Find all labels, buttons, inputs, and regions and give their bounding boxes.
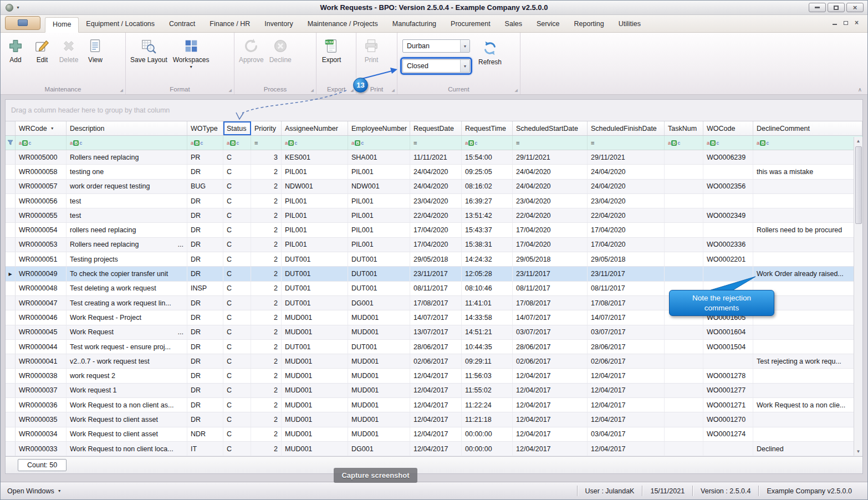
minimize-button[interactable] — [809, 3, 826, 12]
dialog-launcher-icon[interactable]: ◢ — [229, 88, 232, 92]
filter-cell-requestdate[interactable]: = — [410, 136, 462, 150]
column-header-wrcode[interactable]: WRCode▼ — [16, 121, 67, 135]
dialog-launcher-icon[interactable]: ◢ — [515, 88, 518, 92]
capture-screenshot-button[interactable]: Capture screenshot — [334, 468, 417, 483]
dialog-launcher-icon[interactable]: ◢ — [392, 88, 395, 92]
column-header-requesttime[interactable]: RequestTime — [462, 121, 513, 135]
table-row[interactable]: WR0000056testDRC2PIL001PIL00123/04/20201… — [6, 194, 862, 208]
filter-cell-assigneenumber[interactable]: aBc — [282, 136, 348, 150]
dialog-launcher-icon[interactable]: ◢ — [351, 88, 354, 92]
cell-wotype: DR — [187, 369, 223, 382]
filter-cell-wocode[interactable]: aBc — [703, 136, 753, 150]
export-button[interactable]: XLSX Export — [318, 34, 345, 64]
tab-manufacturing[interactable]: Manufacturing — [385, 17, 443, 32]
close-button[interactable]: × — [846, 3, 864, 12]
table-row[interactable]: WR0000036Work Request to a non client as… — [6, 398, 862, 412]
dialog-launcher-icon[interactable]: ◢ — [311, 88, 314, 92]
table-row[interactable]: WR0000038work request 2DRC2MUD001MUD0011… — [6, 369, 862, 383]
table-row[interactable]: WR0000058testing oneDRC2PIL001PIL00124/0… — [6, 165, 862, 179]
column-header-scheduledfinishdate[interactable]: ScheduledFinishDate — [588, 121, 665, 135]
table-row[interactable]: WR0000034Work Request to client assetNDR… — [6, 427, 862, 442]
group-by-bar[interactable]: Drag a column header here to group by th… — [6, 100, 862, 121]
tab-home[interactable]: Home — [45, 17, 79, 33]
workspaces-dropdown-icon[interactable]: ▼ — [189, 65, 193, 69]
table-row[interactable]: WR0000045Work Request...DRC2MUD001MUD001… — [6, 325, 862, 340]
tab-contract[interactable]: Contract — [162, 17, 202, 32]
filter-cell-tasknum[interactable]: aBc — [665, 136, 703, 150]
tab-procurement[interactable]: Procurement — [443, 17, 498, 32]
tab-service[interactable]: Service — [529, 17, 567, 32]
combo-arrow-icon[interactable]: ▼ — [460, 40, 469, 52]
maximize-button[interactable] — [828, 3, 845, 12]
filter-cell-requesttime[interactable]: aBc — [462, 136, 513, 150]
dialog-launcher-icon[interactable]: ◢ — [120, 88, 123, 92]
add-button[interactable]: Add — [2, 34, 29, 64]
table-row[interactable]: ▶WR0000049To check the copier transfer u… — [6, 267, 862, 281]
tab-utilities[interactable]: Utilities — [611, 17, 648, 32]
table-row[interactable]: WR0000037Work request 1DRC2MUD001MUD0011… — [6, 384, 862, 398]
table-row[interactable]: WR0000053Rollers need replacing...DRC2PI… — [6, 238, 862, 252]
refresh-button[interactable]: Refresh — [476, 37, 504, 66]
row-indicator-cell — [6, 354, 16, 368]
tab-maintenance-projects[interactable]: Maintenance / Projects — [300, 17, 385, 32]
table-row[interactable]: WR0000055testDRC2PIL001PIL00122/04/20201… — [6, 208, 862, 223]
tab-sales[interactable]: Sales — [498, 17, 529, 32]
column-header-assigneenumber[interactable]: AssigneeNumber — [282, 121, 348, 135]
tab-inventory[interactable]: Inventory — [257, 17, 300, 32]
table-row[interactable]: WR0000035Work Request to client assetDRC… — [6, 412, 862, 427]
scroll-up-icon[interactable]: ▲ — [856, 137, 861, 145]
table-row[interactable]: WR0000033Work Request to non client loca… — [6, 442, 862, 456]
tab-finance-hr[interactable]: Finance / HR — [202, 17, 257, 32]
table-row[interactable]: WR0005000Rollers need replacingPRC3KES00… — [6, 150, 862, 165]
quick-access-caret-icon[interactable]: ▼ — [16, 6, 20, 9]
app-icon[interactable] — [6, 4, 13, 12]
column-header-wotype[interactable]: WOType — [187, 121, 223, 135]
column-header-status[interactable]: Status — [223, 121, 251, 135]
application-menu-button[interactable] — [5, 16, 40, 30]
filter-cell-priority[interactable]: = — [251, 136, 282, 150]
cell-tasknum — [665, 384, 703, 397]
filter-cell-scheduledstartdate[interactable]: = — [513, 136, 588, 150]
filter-cell-scheduledfinishdate[interactable]: = — [588, 136, 665, 150]
table-row[interactable]: WR0000054rollers need replacingDRC2PIL00… — [6, 223, 862, 237]
edit-button[interactable]: Edit — [29, 34, 55, 64]
filter-cell-description[interactable]: aBc — [67, 136, 187, 150]
row-indicator-cell — [6, 427, 16, 441]
open-windows-button[interactable]: Open Windows ▼ — [1, 487, 577, 495]
table-row[interactable]: WR0000041v2..0.7 - work request testDRC2… — [6, 354, 862, 369]
view-button[interactable]: View — [82, 34, 109, 64]
save-layout-button[interactable]: Save Layout — [127, 34, 170, 64]
filter-cell-declinecomment[interactable]: aBc — [753, 136, 862, 150]
column-header-wocode[interactable]: WOCode — [703, 121, 753, 135]
vertical-scrollbar[interactable]: ▲ ▼ — [854, 137, 862, 456]
collapse-ribbon-icon[interactable]: ∧ — [858, 86, 862, 93]
mdi-restore-icon[interactable] — [844, 17, 848, 27]
workspaces-button[interactable]: Workspaces ▼ — [170, 34, 212, 69]
column-header-requestdate[interactable]: RequestDate — [410, 121, 462, 135]
mdi-close-icon[interactable]: × — [855, 17, 859, 27]
filter-cell-status[interactable]: aBc — [223, 136, 251, 150]
column-filter-arrow-icon[interactable]: ▼ — [50, 126, 54, 130]
tab-reporting[interactable]: Reporting — [567, 17, 611, 32]
filter-cell-wotype[interactable]: aBc — [187, 136, 223, 150]
column-header-priority[interactable]: Priority — [251, 121, 282, 135]
filter-cell-employeenumber[interactable]: aBc — [348, 136, 410, 150]
filter-cell-wrcode[interactable]: aBc — [16, 136, 67, 150]
column-header-scheduledstartdate[interactable]: ScheduledStartDate — [513, 121, 588, 135]
filter-indicator-cell — [6, 136, 16, 150]
table-row[interactable]: WR0000057work order request testingBUGC2… — [6, 180, 862, 194]
scroll-down-icon[interactable]: ▼ — [856, 447, 861, 456]
column-header-tasknum[interactable]: TaskNum — [665, 121, 703, 135]
status-combobox[interactable]: Closed ▼ — [402, 59, 470, 73]
table-row[interactable]: WR0000044Test work request - ensure proj… — [6, 340, 862, 354]
column-header-employeenumber[interactable]: EmployeeNumber — [348, 121, 410, 135]
scrollbar-thumb[interactable] — [855, 146, 862, 224]
column-header-description[interactable]: Description — [67, 121, 187, 135]
mdi-minimize-icon[interactable] — [833, 17, 837, 27]
tab-equipment-locations[interactable]: Equipment / Locations — [79, 17, 162, 32]
row-indicator-cell — [6, 384, 16, 397]
column-header-declinecomment[interactable]: DeclineComment — [753, 121, 862, 135]
site-combobox[interactable]: Durban ▼ — [402, 39, 470, 53]
combo-arrow-icon[interactable]: ▼ — [460, 60, 469, 72]
table-row[interactable]: WR0000051Testing projectsDRC2DUT001DUT00… — [6, 252, 862, 267]
